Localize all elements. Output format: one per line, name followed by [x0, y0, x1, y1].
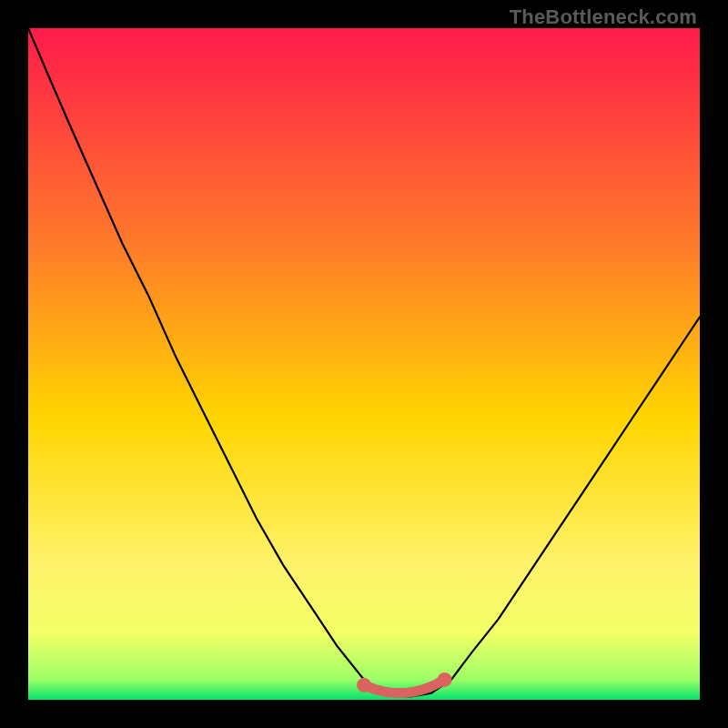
watermark-text: TheBottleneck.com — [510, 5, 697, 29]
chart-svg — [28, 28, 700, 700]
gradient-background — [28, 28, 700, 700]
marker-dot — [438, 672, 452, 687]
chart-frame: TheBottleneck.com — [0, 0, 728, 728]
marker-dot — [357, 678, 371, 693]
plot-area — [28, 28, 700, 700]
